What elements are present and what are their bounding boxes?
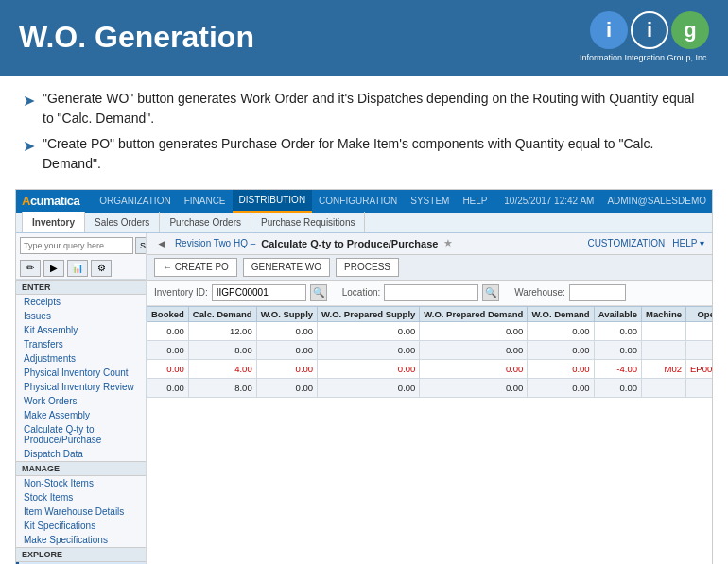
table-cell-r3-c0: 0.00 [147, 378, 189, 397]
table-row: 0.008.000.000.000.000.000.000.000.00 [147, 378, 713, 397]
page-title: W.O. Generation [19, 20, 254, 55]
data-table: Booked Calc. Demand W.O. Supply W.O. Pre… [147, 306, 712, 398]
table-cell-r0-c5: 0.00 [528, 321, 594, 340]
settings-button[interactable]: ⚙ [91, 260, 112, 277]
sidebar-link-work-orders[interactable]: Work Orders [16, 394, 146, 408]
sidebar-link-kit-assembly[interactable]: Kit Assembly [16, 323, 146, 337]
sidebar-search-area: Search [16, 233, 146, 258]
warehouse-field: Warehouse: [514, 284, 626, 301]
breadcrumb: Revision Two HQ – [175, 238, 255, 248]
sidebar-link-physical-count[interactable]: Physical Inventory Count [16, 366, 146, 380]
table-cell-r2-c5: 0.00 [528, 359, 594, 378]
table-cell-r0-c0: 0.00 [147, 321, 189, 340]
favorite-star-icon[interactable]: ★ [443, 237, 453, 249]
table-cell-r2-c1: 4.00 [188, 359, 256, 378]
main-panel: ◄ Revision Two HQ – Calculate Q-ty to Pr… [147, 233, 712, 564]
inventory-id-field: Inventory ID: 🔍 [154, 284, 327, 301]
content-area: Search ✏ ▶ 📊 ⚙ ENTER Receipts Issues Kit… [16, 233, 712, 564]
bullet-1: ➤ "Generate WO" button generates Work Or… [23, 89, 705, 128]
location-search-icon[interactable]: 🔍 [482, 284, 499, 301]
page-header: W.O. Generation i i g Information Integr… [0, 0, 728, 76]
nav-configuration[interactable]: CONFIGURATION [312, 190, 404, 213]
bullet-2: ➤ "Create PO" button generates Purchase … [23, 134, 705, 174]
data-table-wrap: Booked Calc. Demand W.O. Supply W.O. Pre… [147, 306, 712, 564]
sidebar-toolbar: ✏ ▶ 📊 ⚙ [16, 258, 146, 280]
logo-g-icon: g [671, 11, 709, 49]
table-cell-r0-c6: 0.00 [594, 321, 641, 340]
table-cell-r2-c8: EP00000004 [686, 359, 712, 378]
page-breadcrumb-header: ◄ Revision Two HQ – Calculate Q-ty to Pr… [147, 233, 712, 255]
toolbar: ← CREATE PO GENERATE WO PROCESS [147, 255, 712, 281]
table-row: 0.004.000.000.000.000.00-4.00M02EP000000… [147, 359, 713, 378]
col-available: Available [594, 306, 641, 321]
col-booked: Booked [147, 306, 189, 321]
table-cell-r3-c6: 0.00 [594, 378, 641, 397]
col-operator: Operator [686, 306, 712, 321]
datetime: 10/25/2017 12:42 AM [504, 196, 594, 206]
search-button[interactable]: Search [135, 237, 147, 254]
table-cell-r3-c1: 8.00 [188, 378, 256, 397]
inventory-id-input[interactable] [212, 284, 306, 301]
col-machine: Machine [642, 306, 686, 321]
play-button[interactable]: ▶ [43, 260, 64, 277]
table-cell-r1-c7 [642, 340, 686, 359]
nav-organization[interactable]: ORGANIZATION [93, 190, 177, 213]
sidebar-section-enter: ENTER [16, 280, 146, 295]
sidebar-link-receipts[interactable]: Receipts [16, 295, 146, 309]
table-cell-r1-c3: 0.00 [318, 340, 420, 359]
sidebar-section-manage: MANAGE [16, 461, 146, 476]
sidebar-link-dispatch[interactable]: Dispatch Data [16, 447, 146, 461]
nav-system[interactable]: SYSTEM [404, 190, 456, 213]
sidebar-link-stock-items[interactable]: Stock Items [16, 490, 146, 504]
sidebar-link-make-specs[interactable]: Make Specifications [16, 533, 146, 547]
tab-purchase-orders[interactable]: Purchase Orders [160, 212, 251, 232]
sidebar-link-non-stock[interactable]: Non-Stock Items [16, 476, 146, 490]
nav-right: 10/25/2017 12:42 AM ADMIN@SALESDEMO [504, 196, 706, 206]
logo-tagline: Information Integration Group, Inc. [580, 53, 709, 64]
col-wo-prepared-supply: W.O. Prepared Supply [318, 306, 420, 321]
location-input[interactable] [384, 284, 478, 301]
warehouse-input[interactable] [569, 284, 626, 301]
search-input[interactable] [20, 237, 133, 254]
tab-sales-orders[interactable]: Sales Orders [85, 212, 160, 232]
breadcrumb-sep: – [251, 238, 256, 248]
customization-link[interactable]: CUSTOMIZATION [587, 238, 665, 248]
location-label: Location: [342, 287, 381, 298]
tab-inventory[interactable]: Inventory [22, 212, 85, 232]
pencil-button[interactable]: ✏ [20, 260, 41, 277]
create-po-button[interactable]: ← CREATE PO [154, 258, 237, 277]
table-cell-r3-c3: 0.00 [318, 378, 420, 397]
sidebar-link-item-warehouse[interactable]: Item Warehouse Details [16, 504, 146, 519]
sidebar-link-issues[interactable]: Issues [16, 309, 146, 323]
table-cell-r0-c7 [642, 321, 686, 340]
sidebar: Search ✏ ▶ 📊 ⚙ ENTER Receipts Issues Kit… [16, 233, 147, 564]
nav-distribution[interactable]: DISTRIBUTION [233, 190, 313, 213]
table-cell-r1-c2: 0.00 [256, 340, 317, 359]
back-arrow[interactable]: ◄ [154, 237, 169, 250]
sidebar-link-transfers[interactable]: Transfers [16, 337, 146, 351]
logo-container: i i g Information Integration Group, Inc… [580, 11, 709, 64]
sidebar-link-make-assembly[interactable]: Make Assembly [16, 408, 146, 422]
sidebar-link-kit-specs[interactable]: Kit Specifications [16, 519, 146, 533]
bullet-text-1: "Generate WO" button generates Work Orde… [43, 89, 705, 128]
sidebar-link-physical-review[interactable]: Physical Inventory Review [16, 380, 146, 394]
bullet-arrow-1: ➤ [23, 90, 35, 112]
sidebar-link-calc-qty[interactable]: Calculate Q-ty to Produce/Purchase [16, 422, 146, 447]
logo-circles: i i g [590, 11, 709, 49]
inventory-id-search-icon[interactable]: 🔍 [310, 284, 327, 301]
generate-wo-button[interactable]: GENERATE WO [243, 258, 330, 277]
sidebar-link-adjustments[interactable]: Adjustments [16, 351, 146, 366]
sidebar-section-explore: EXPLORE [16, 547, 146, 562]
logo-i2-icon: i [631, 11, 668, 49]
process-button[interactable]: PROCESS [336, 258, 399, 277]
breadcrumb-link[interactable]: Revision Two HQ [175, 238, 248, 248]
logo-i-icon: i [590, 11, 628, 49]
table-cell-r2-c6: -4.00 [594, 359, 641, 378]
tab-purchase-requisitions[interactable]: Purchase Requisitions [251, 212, 366, 232]
nav-help[interactable]: HELP [456, 190, 494, 213]
nav-finance[interactable]: FINANCE [178, 190, 233, 213]
chart-button[interactable]: 📊 [67, 260, 88, 277]
table-cell-r0-c1: 12.00 [188, 321, 256, 340]
help-link[interactable]: HELP ▾ [672, 238, 704, 248]
table-cell-r3-c2: 0.00 [256, 378, 317, 397]
